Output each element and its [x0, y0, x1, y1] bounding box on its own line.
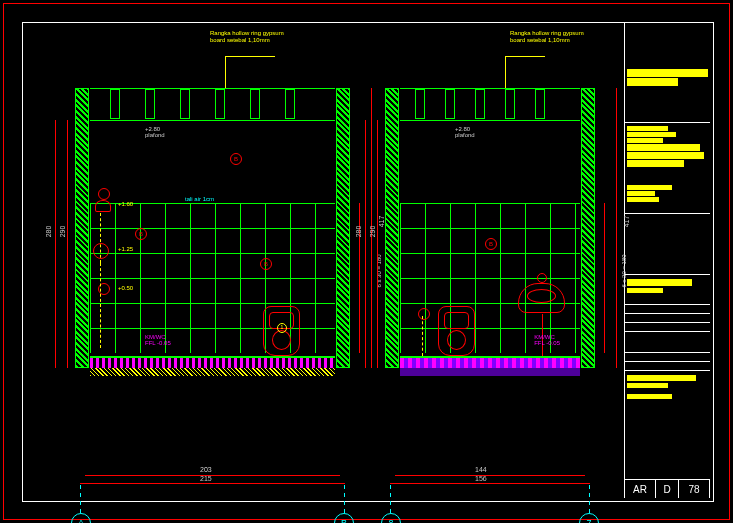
elevation-b: Rangka hollow ring gypsum board setebal …	[385, 48, 595, 428]
shower-head	[95, 200, 111, 212]
floor-label-b: KM/WCFFL -0.05	[534, 334, 560, 346]
wall-right-b	[581, 88, 595, 368]
title-block: AR D 78	[624, 23, 710, 498]
finish-marker: B	[230, 153, 242, 165]
wall-left-a	[75, 88, 89, 368]
tile-grid-b	[400, 203, 580, 353]
sheet-footer: AR D 78	[625, 479, 710, 498]
tali-air-note: tali air 1cm	[185, 196, 214, 202]
note-hollow-a: Rangka hollow ring gypsum board setebal …	[210, 30, 300, 43]
toilet-b	[438, 306, 475, 356]
cad-canvas: AR D 78 Rangka hollow ring gypsum board …	[0, 0, 733, 523]
plafond-level-b: +2.80plafond	[455, 126, 475, 138]
drawing-area-a: +2.80plafond B tali air 1cm B B +1.60 +1…	[90, 88, 335, 368]
plafond-level-a: +2.80plafond	[145, 126, 165, 138]
sheet-number: 78	[679, 480, 710, 498]
wall-left-b	[385, 88, 399, 368]
drawing-area-b: +2.80plafond B KM/WCFFL -0.05	[400, 88, 580, 368]
discipline-code: AR	[625, 480, 656, 498]
note-hollow-b: Rangka hollow ring gypsum board setebal …	[510, 30, 600, 43]
series-code: D	[656, 480, 679, 498]
floor-label-a: KM/WCFFL -0.05	[145, 334, 171, 346]
elevation-a: Rangka hollow ring gypsum board setebal …	[75, 48, 350, 428]
wall-right-a	[336, 88, 350, 368]
wash-basin	[518, 283, 565, 313]
